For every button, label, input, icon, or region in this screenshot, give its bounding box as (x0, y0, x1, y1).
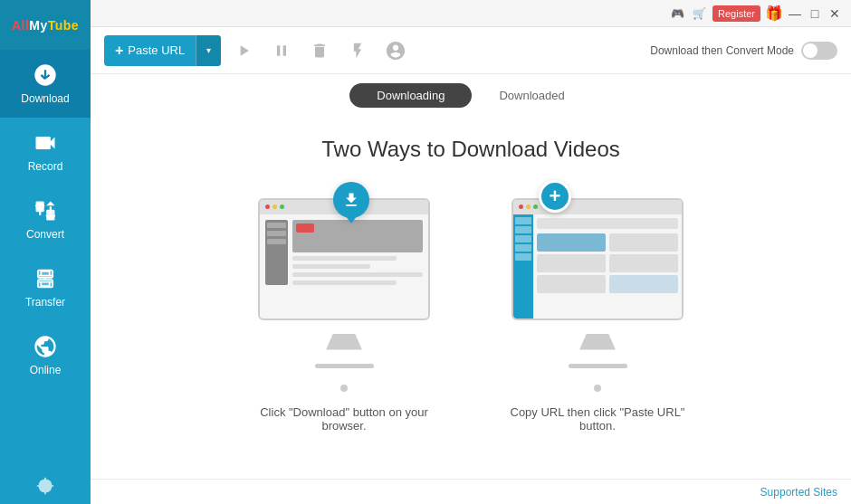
sidebar-bottom (0, 477, 91, 504)
content-area: Two Ways to Download Videos (91, 108, 851, 479)
screen-left-sidebar (265, 220, 288, 285)
screen-close-dot (265, 204, 270, 209)
download-convert-toggle[interactable] (801, 42, 837, 60)
monitor-right (512, 198, 684, 320)
monitor-wrapper-left (258, 198, 430, 320)
plus-bubble: + (539, 180, 571, 213)
sidebar: AllMyTube Download Record Convert Transf… (0, 0, 91, 504)
screen-max-dot-right (533, 204, 538, 209)
tab-downloaded[interactable]: Downloaded (472, 83, 591, 108)
screen-video-thumb (292, 220, 423, 252)
screen-right-row (537, 233, 678, 252)
titlebar: 🎮 🛒 Register 🎁 — □ ✕ (91, 0, 851, 27)
tabbar: Downloading Downloaded (91, 74, 851, 108)
sidebar-item-record-label: Record (28, 160, 63, 173)
record-icon (33, 130, 58, 156)
plus-icon: + (550, 186, 561, 206)
sidebar-item-convert[interactable]: Convert (0, 185, 91, 253)
register-button[interactable]: Register (712, 5, 760, 22)
screen-minimize-dot (273, 204, 277, 209)
minimize-button[interactable]: — (788, 6, 802, 21)
screen-maximize-dot (280, 204, 284, 209)
account-button[interactable] (380, 35, 411, 66)
illustration-paste-url: + (507, 198, 688, 433)
illustration1-caption: Click "Download" button on your browser. (253, 405, 435, 433)
sidebar-item-transfer-label: Transfer (25, 296, 65, 309)
toolbar: + Paste URL ▾ Download then Convert Mode (91, 27, 851, 74)
illustrations: Click "Download" button on your browser.… (253, 198, 688, 433)
screen-right-box (609, 233, 678, 252)
maximize-button[interactable]: □ (808, 6, 822, 21)
download-bubble (333, 182, 369, 218)
screen-line (292, 281, 397, 285)
online-icon (33, 334, 58, 359)
paste-url-dropdown[interactable]: ▾ (196, 35, 221, 66)
app-logo: AllMyTube (0, 0, 91, 50)
pause-button[interactable] (266, 35, 297, 66)
screen-sidebar-item (267, 223, 286, 228)
pause-icon (273, 42, 291, 60)
sidebar-item-online[interactable]: Online (0, 321, 91, 389)
sidebar-item-transfer[interactable]: Transfer (0, 253, 91, 321)
sidebar-item (515, 235, 531, 242)
screen-right (513, 200, 682, 319)
boost-icon (349, 42, 367, 60)
dropdown-arrow-icon: ▾ (206, 45, 211, 55)
screen-close-dot-right (519, 204, 523, 209)
screen-right-row (537, 254, 678, 272)
screen-header-right (513, 200, 682, 214)
sidebar-item-online-label: Online (30, 364, 62, 376)
play-button[interactable] (228, 35, 259, 66)
screen-right-main (533, 214, 682, 319)
illustration2-caption: Copy URL then click "Paste URL" button. (507, 405, 688, 433)
screen-line (292, 264, 370, 269)
download-convert-mode-label: Download then Convert Mode (650, 44, 794, 57)
screen-right-box (537, 254, 606, 272)
screen-right-box (609, 254, 678, 272)
sidebar-item (515, 253, 531, 261)
paste-url-main[interactable]: + Paste URL (104, 35, 196, 66)
gift-icon: 🎁 (766, 5, 782, 22)
game-icon: 🎮 (669, 5, 685, 22)
svg-rect-1 (46, 210, 54, 221)
boost-button[interactable] (342, 35, 373, 66)
screen-content-left (260, 214, 428, 290)
download-bubble-icon (342, 191, 360, 209)
screen-right-top-bar (537, 218, 678, 229)
svg-rect-4 (38, 271, 53, 278)
screen-left-main (292, 220, 423, 285)
transfer-icon (33, 266, 58, 291)
screen-sidebar-item (267, 231, 286, 236)
main-content: 🎮 🛒 Register 🎁 — □ ✕ + Paste URL ▾ (91, 0, 851, 504)
paste-url-button[interactable]: + Paste URL ▾ (104, 35, 221, 66)
tab-downloading[interactable]: Downloading (349, 83, 472, 108)
screen-min-dot-right (526, 204, 531, 209)
screen-video-red-badge (296, 223, 314, 233)
screen-line (292, 256, 397, 261)
paste-url-plus-icon: + (115, 43, 123, 59)
sidebar-item-record[interactable]: Record (0, 118, 91, 185)
settings-small-icon[interactable] (36, 477, 54, 495)
screen-right-sidebar (513, 214, 533, 319)
page-title: Two Ways to Download Videos (321, 137, 620, 162)
close-button[interactable]: ✕ (827, 6, 842, 21)
screen-right-box-blue (537, 233, 606, 252)
screen-line (292, 272, 423, 277)
convert-icon (33, 198, 58, 223)
sidebar-item-download[interactable]: Download (0, 50, 91, 118)
account-icon (386, 41, 406, 61)
play-icon (234, 42, 253, 60)
paste-url-label: Paste URL (128, 43, 185, 57)
svg-marker-3 (46, 202, 54, 206)
sidebar-item (515, 217, 531, 224)
sidebar-item (515, 244, 531, 252)
supported-sites-link[interactable]: Supported Sites (760, 486, 837, 499)
screen-left (260, 200, 428, 319)
monitor-wrapper-right: + (512, 198, 684, 320)
screen-right-box-light (609, 275, 678, 293)
footer: Supported Sites (91, 479, 851, 504)
screen-right-row (537, 275, 678, 293)
delete-button[interactable] (304, 35, 335, 66)
illustration-browser-download: Click "Download" button on your browser. (253, 198, 435, 433)
logo-text: AllMyTube (12, 18, 79, 33)
